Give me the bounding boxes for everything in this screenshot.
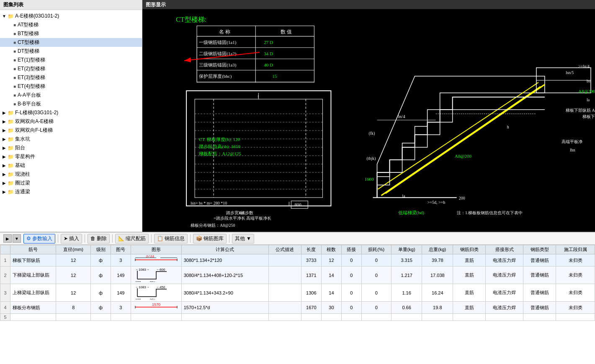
row-diameter: 12 [56,284,91,302]
other-btn[interactable]: 其他 ▼ [232,234,254,244]
svg-text:低端梯梁(bd): 低端梯梁(bd) [398,210,425,215]
row-category: 直筋 [453,302,486,314]
svg-text:3733: 3733 [146,255,154,258]
row-loss: 0 [361,284,391,302]
row-num: 1 [0,254,10,267]
row-type: 普通钢筋 [523,284,556,302]
col-joint: 搭接形式 [486,245,523,254]
col-category: 钢筋归类 [453,245,486,254]
tree-item-yt[interactable]: ▶ 📁 阳台 [0,144,142,152]
fig-svg: ←1083→ ←600 198 90↑ [133,267,179,282]
svg-text:↑: ↑ [257,94,259,99]
table-section[interactable]: 筋号 直径(mm) 级别 图号 图形 计算公式 公式描述 长度 根数 搭接 损耗… [0,245,595,364]
sep2 [85,234,85,243]
row-unit-weight: 1.217 [391,267,422,284]
expand-icon: ▶ [2,172,7,177]
folder-icon: 📁 [8,128,14,133]
tree-group-label: 现浇柱 [15,171,30,178]
tree-item-sae[interactable]: ▶ 📁 双网双向A-E楼梯 [0,117,142,126]
row-diameter: 12 [56,267,91,284]
tree-item-aa[interactable]: ■ A-A平台板 [0,91,142,100]
row-id: 上梯梁端上部纵筋 [10,284,56,302]
tree-item-ltl[interactable]: ▶ 📁 连通梁 [0,187,142,196]
table-row[interactable]: 3 上梯梁端上部纵筋 12 ф 149 ←1083→ ←450 180 90↑ … [0,284,595,302]
row-joint: 电渣压力焊 [486,302,523,314]
col-num [0,245,10,254]
row-lap: 0 [341,284,361,302]
row-fig: ←1083→ ←450 180 90↑ [131,284,181,302]
tree-item-bb[interactable]: ■ B-B平台板 [0,100,142,108]
tree-leaf-label: AT型楼梯 [18,21,39,28]
tree-item-jc[interactable]: ▶ 📁 基础 [0,161,142,170]
tree-item-dt[interactable]: ■ DT型楼梯 [0,47,142,56]
tree-group-label: 连通梁 [15,188,30,195]
params-btn[interactable]: ⚙ 参数输入 [23,234,55,244]
row-unit-weight: 3.315 [391,254,422,267]
tree-item-jsk[interactable]: ▶ 📁 集水坑 [0,135,142,144]
folder-icon: 📁 [8,189,14,195]
tree-item-ae[interactable]: ▼ 📁 A-E楼梯(03G101-2) [0,12,142,21]
collapse-btn[interactable]: ▼ [13,234,21,243]
row-total-weight: 16.24 [422,284,453,302]
tree-item-fl[interactable]: ▶ 📁 F-L楼梯(03G101-2) [0,108,142,117]
insert-btn[interactable]: ➤ 插入 [61,234,82,244]
rebar-info-label: 钢筋信息 [165,235,185,242]
tree-item-bt[interactable]: ■ BT型楼梯 [0,29,142,38]
col-fig: 图形 [131,245,181,254]
tree-item-et3[interactable]: ■ ET(3)型楼梯 [0,73,142,82]
svg-text:lhn: lhn [239,210,244,215]
main-container: 图集列表 ▼ 📁 A-E楼梯(03G101-2) ■ AT型楼梯 ■ BT型楼梯… [0,0,595,364]
tree-item-ct[interactable]: ■ CT型楼梯 [0,38,142,47]
row-fignum: 3 [111,302,131,314]
expand-icon: ▶ [2,154,7,159]
table-row[interactable]: 2 下梯梁端上部纵筋 12 ф 149 ←1083→ ←600 198 90↑ … [0,267,595,284]
rebar-info-btn[interactable]: 📋 钢筋信息 [154,234,188,244]
svg-text:200: 200 [459,196,465,200]
tree-item-lxgj[interactable]: ▶ 📁 零星构件 [0,152,142,161]
row-id: 梯板分布钢筋 [10,302,56,314]
svg-text:保护层厚度(bhc): 保护层厚度(bhc) [199,74,232,79]
delete-btn[interactable]: 🗑 删除 [88,234,110,244]
bottom-toolbar: ▶ ▼ ⚙ 参数输入 ➤ 插入 🗑 删除 📐 缩尺配筋 📋 钢筋信息 📦 钢筋图 [0,232,595,245]
row-count: 14 [322,284,342,302]
scale-btn[interactable]: 📐 缩尺配筋 [115,234,149,244]
row-fig: 1570 [131,302,181,314]
tree-item-at[interactable]: ■ AT型楼梯 [0,21,142,29]
rebar-draw-btn[interactable]: 📦 钢筋图库 [193,234,227,244]
tree-item-xzz[interactable]: ▶ 📁 现浇柱 [0,170,142,179]
rebar-info-icon: 📋 [157,236,163,241]
item-icon: ■ [13,84,16,89]
item-icon: ■ [13,93,16,97]
tree-item-ggl[interactable]: ▶ 📁 圈过梁 [0,179,142,187]
tree-container[interactable]: ▼ 📁 A-E楼梯(03G101-2) ■ AT型楼梯 ■ BT型楼梯 ■ CT… [0,10,142,232]
row-count: 12 [322,254,342,267]
folder-icon: 📁 [8,154,14,160]
table-row[interactable]: 1 梯板下部纵筋 12 ф 3 3733 3080*1.134+2*120 37… [0,254,595,267]
folder-icon: 📁 [8,110,14,116]
svg-text:lhn: lhn [570,148,575,152]
col-unit-weight: 单重(kg) [391,245,422,254]
sep4 [151,234,152,243]
tree-leaf-label: A-A平台板 [18,92,41,99]
tree-item-sfl[interactable]: ▶ 📁 双网双向F-L楼梯 [0,126,142,135]
tree-item-et4[interactable]: ■ ET(4)型楼梯 [0,82,142,91]
tree-item-et1[interactable]: ■ ET(1)型楼梯 [0,56,142,64]
table-row[interactable]: 4 梯板分布钢筋 8 ф 3 1570 1570+12.5*d 1670 30 … [0,302,595,314]
top-section: 图集列表 ▼ 📁 A-E楼梯(03G101-2) ■ AT型楼梯 ■ BT型楼梯… [0,0,595,232]
col-grade: 级别 [91,245,111,254]
tree-item-et2[interactable]: ■ ET(2)型楼梯 [0,64,142,73]
svg-text:梯板分布钢筋：A8@250: 梯板分布钢筋：A8@250 [190,223,235,228]
sep5 [190,234,191,243]
svg-text:>=5d, >=h: >=5d, >=h [428,200,446,205]
folder-icon: 📁 [8,136,14,142]
tree-leaf-label: ET(3)型楼梯 [18,74,45,81]
expand-icon: ▶ [2,110,7,115]
svg-text:lsn= bs * m= 280 *10: lsn= bs * m= 280 *10 [191,201,227,205]
item-icon: ■ [13,31,16,36]
row-total-weight: 39.78 [422,254,453,267]
expand-btn[interactable]: ▶ [3,234,12,243]
svg-text:A8@200: A8@200 [455,154,472,159]
svg-text:la: la [402,194,406,198]
col-desc: 公式描述 [268,245,301,254]
tree-group-label: 集水坑 [15,136,30,143]
